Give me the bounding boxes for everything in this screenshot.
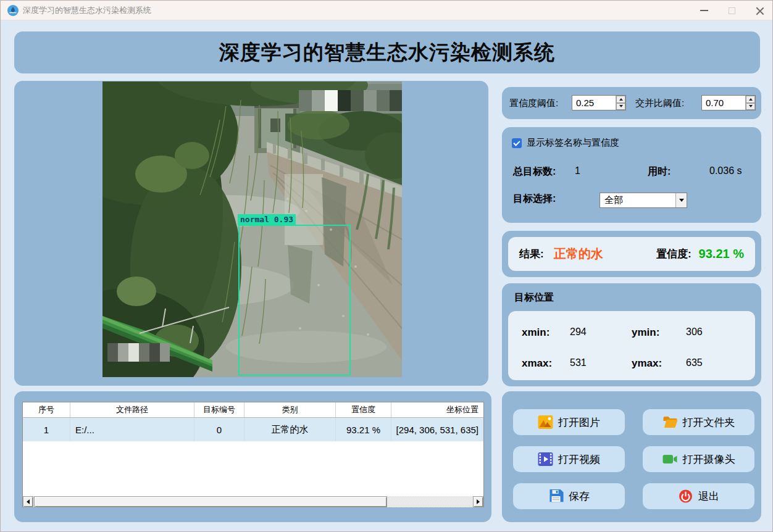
minimize-icon — [700, 10, 708, 11]
spin-up-button[interactable] — [746, 96, 755, 103]
xmin-label: xmin: — [522, 326, 549, 339]
table-header-class: 类别 — [244, 402, 336, 417]
stats-row: 总目标数: 1 用时: 0.036 s — [502, 165, 761, 179]
open-image-label: 打开图片 — [558, 415, 600, 430]
title-bar: 深度学习的智慧生态水污染检测系统 — [1, 1, 773, 20]
save-label: 保存 — [569, 489, 590, 504]
picture-icon — [538, 415, 553, 429]
confidence-threshold-spinbox[interactable]: 0.25 — [572, 95, 626, 110]
show-labels-checkbox-row[interactable]: 显示标签名称与置信度 — [512, 137, 619, 149]
show-labels-checkbox[interactable] — [512, 138, 522, 148]
cell-confidence: 93.21 % — [336, 418, 391, 441]
iou-threshold-spinbox[interactable]: 0.70 — [701, 95, 756, 110]
result-label: 结果: — [519, 247, 544, 261]
results-table[interactable]: 序号 文件路径 目标编号 类别 置信度 坐标位置 1 E:/... 0 正常的水… — [22, 402, 484, 507]
target-position-title: 目标位置 — [514, 291, 554, 304]
confidence-threshold-value: 0.25 — [572, 96, 616, 110]
horizontal-scrollbar[interactable] — [23, 496, 483, 507]
spinner-buttons — [616, 96, 625, 110]
open-camera-button[interactable]: 打开摄像头 — [643, 446, 754, 472]
open-image-button[interactable]: 打开图片 — [513, 409, 625, 435]
cell-index: 1 — [23, 418, 70, 441]
app-water-drop-icon — [7, 5, 19, 16]
mosaic-blur-top-right — [299, 90, 402, 111]
table-header-index: 序号 — [23, 402, 70, 417]
iou-threshold-value: 0.70 — [702, 96, 745, 110]
settings-panel: 显示标签名称与置信度 总目标数: 1 用时: 0.036 s 目标选择: 全部 — [502, 127, 761, 223]
confidence-threshold-label: 置信度阈值: — [509, 98, 558, 109]
exit-button[interactable]: 退出 — [643, 483, 754, 509]
save-button[interactable]: 保存 — [513, 483, 625, 509]
mosaic-blur-bottom-left — [107, 343, 170, 362]
ymin-label: ymin: — [632, 326, 659, 339]
close-icon — [756, 7, 764, 15]
result-confidence-value: 93.21 % — [699, 247, 744, 261]
show-labels-checkbox-label: 显示标签名称与置信度 — [527, 137, 619, 149]
table-header-row: 序号 文件路径 目标编号 类别 置信度 坐标位置 — [23, 402, 483, 418]
target-select-row: 目标选择: 全部 — [502, 193, 761, 209]
spinner-buttons — [745, 96, 755, 110]
cell-coords: [294, 306, 531, 635] — [391, 418, 483, 441]
xmin-value: 294 — [570, 326, 587, 338]
target-position-panel: 目标位置 xmin: 294 ymin: 306 xmax: 531 ymax:… — [502, 283, 761, 386]
film-icon — [538, 452, 553, 466]
spin-down-button[interactable] — [616, 103, 625, 110]
arrow-left-icon — [27, 499, 30, 504]
spin-up-button[interactable] — [616, 96, 625, 103]
total-targets-label: 总目标数: — [513, 165, 556, 178]
maximize-icon — [729, 7, 735, 14]
table-header-coords: 坐标位置 — [391, 402, 483, 417]
target-select-label: 目标选择: — [513, 193, 556, 206]
arrow-right-icon — [477, 499, 480, 504]
time-value: 0.036 s — [709, 165, 742, 177]
open-video-label: 打开视频 — [558, 452, 600, 467]
river-photo: normal 0.93 — [102, 81, 402, 377]
header-banner: 深度学习的智慧生态水污染检测系统 — [14, 31, 760, 73]
chevron-down-icon — [619, 105, 623, 107]
table-header-filepath: 文件路径 — [70, 402, 194, 417]
table-header-target-id: 目标编号 — [194, 402, 244, 417]
spin-down-button[interactable] — [746, 103, 755, 110]
dropdown-arrow-button[interactable] — [675, 193, 687, 207]
scroll-left-button[interactable] — [23, 496, 33, 507]
open-folder-button[interactable]: 打开文件夹 — [643, 409, 754, 435]
open-camera-label: 打开摄像头 — [683, 452, 735, 467]
result-value: 正常的水 — [554, 246, 603, 262]
cell-filepath: E:/... — [70, 418, 194, 441]
chevron-up-icon — [619, 98, 623, 101]
image-display-panel: normal 0.93 — [14, 81, 488, 386]
minimize-button[interactable] — [690, 1, 718, 20]
floppy-disk-icon — [548, 489, 564, 503]
xmax-value: 531 — [570, 357, 587, 368]
exit-label: 退出 — [698, 489, 719, 504]
xmax-label: xmax: — [522, 357, 552, 370]
scroll-right-button[interactable] — [473, 496, 483, 507]
total-targets-value: 1 — [575, 165, 580, 177]
target-select-dropdown[interactable]: 全部 — [600, 193, 687, 208]
open-video-button[interactable]: 打开视频 — [513, 446, 625, 472]
detection-bounding-box — [238, 225, 351, 376]
maximize-button[interactable] — [718, 1, 746, 20]
scrollbar-thumb[interactable] — [34, 496, 387, 507]
cell-class: 正常的水 — [244, 418, 336, 441]
page-title: 深度学习的智慧生态水污染检测系统 — [219, 39, 555, 67]
chevron-down-icon — [749, 105, 753, 107]
thresholds-panel: 置信度阈值: 0.25 交并比阈值: 0.70 — [502, 87, 761, 119]
table-header-confidence: 置信度 — [336, 402, 391, 417]
cell-target-id: 0 — [194, 418, 244, 441]
actions-panel: 打开图片 打开文件夹 打开视频 打开摄像头 — [502, 391, 761, 522]
table-row[interactable]: 1 E:/... 0 正常的水 93.21 % [294, 306, 531, … — [23, 418, 483, 441]
detection-bbox-label: normal 0.93 — [238, 214, 296, 225]
open-folder-label: 打开文件夹 — [683, 415, 735, 430]
result-box: 结果: 正常的水 置信度: 93.21 % — [508, 237, 755, 271]
folder-icon — [662, 415, 678, 429]
close-button[interactable] — [746, 1, 773, 20]
video-camera-icon — [662, 452, 678, 466]
power-icon — [678, 489, 693, 503]
results-table-panel: 序号 文件路径 目标编号 类别 置信度 坐标位置 1 E:/... 0 正常的水… — [14, 391, 491, 522]
ymax-value: 635 — [686, 357, 703, 368]
ymax-label: ymax: — [632, 357, 662, 370]
window-title: 深度学习的智慧生态水污染检测系统 — [23, 5, 151, 16]
chevron-down-icon — [679, 199, 684, 202]
time-label: 用时: — [648, 165, 671, 178]
